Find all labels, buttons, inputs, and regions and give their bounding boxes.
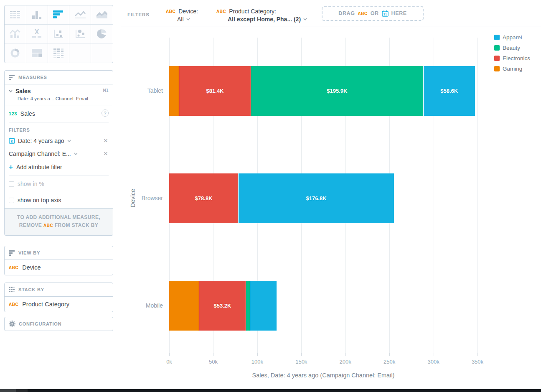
legend-swatch [494, 56, 500, 61]
vis-type-line-chart[interactable] [69, 5, 91, 25]
bar-segment-beauty[interactable] [246, 281, 250, 331]
x-axis-tick-label: 200k [333, 359, 358, 365]
additional-measure-note: TO ADD ADDITIONAL MEASURE, REMOVE ABC FR… [5, 208, 113, 235]
vis-type-empty-2 [91, 43, 113, 63]
filter-chip-device[interactable]: ABC Device: All [166, 8, 198, 23]
abc-attribute-icon: ABC [358, 11, 367, 16]
gridline [478, 38, 478, 353]
drop-zone-or-label: OR [371, 10, 379, 16]
vis-type-bar-chart[interactable] [48, 5, 70, 25]
filter-chip-value: All except Home, Pha... (2) [228, 16, 301, 23]
bubble-chart-icon [75, 29, 86, 39]
chevron-down-icon[interactable] [9, 90, 13, 92]
data-label: $58.6K [440, 88, 458, 94]
legend-item-gaming[interactable]: Gaming [494, 66, 530, 72]
vis-type-bubble-chart[interactable] [69, 25, 91, 44]
measure-subtitle: Date: 4 years a... Channel: Email [18, 96, 109, 101]
vis-type-empty-1 [69, 43, 91, 63]
vis-type-donut-chart[interactable] [5, 43, 26, 63]
bar-segment-electronics[interactable]: $78.8K [169, 173, 239, 223]
y-category-label: Mobile [119, 302, 163, 309]
area-chart-icon [96, 10, 108, 19]
data-label: $78.8K [195, 195, 213, 201]
legend-swatch [494, 45, 500, 51]
combo-chart-icon [9, 29, 21, 39]
vis-type-treemap[interactable] [26, 43, 48, 63]
show-in-percent-checkbox[interactable]: show in % [9, 176, 109, 192]
vis-type-heatmap[interactable] [48, 43, 70, 63]
heatmap-icon [53, 48, 64, 58]
x-axis-title: Sales, Date: 4 years ago (Campaign Chann… [169, 372, 478, 379]
bar-row-tablet: Tablet$81.4K$195.9K$58.6K [169, 66, 478, 116]
view-by-item-device[interactable]: ABC Device [5, 260, 113, 275]
calendar-icon: 31 [9, 137, 15, 144]
bar-segment-gaming[interactable] [169, 281, 199, 331]
measure-definition-row[interactable]: 123 Sales ? [9, 105, 109, 122]
data-label: $53.2K [214, 303, 231, 309]
legend-item-electronics[interactable]: Electronics [494, 55, 530, 61]
bar-segment-electronics[interactable]: $81.4K [179, 66, 251, 116]
add-attribute-filter-button[interactable]: + Add attribute filter [9, 160, 109, 176]
x-axis-tick-label: 350k [465, 359, 490, 365]
bar-segment-apparel[interactable]: $58.6K [424, 66, 475, 116]
bar-segment-electronics[interactable]: $53.2K [199, 281, 246, 331]
legend-label: Apparel [503, 34, 522, 41]
measures-bucket-icon [9, 75, 15, 80]
vis-type-scatter-plot[interactable] [48, 25, 70, 44]
y-category-label: Browser [119, 195, 163, 201]
y-axis-title: Device [130, 189, 136, 207]
checkbox-icon [9, 181, 14, 187]
filter-drop-zone[interactable]: DRAG ABC OR 31 HERE [322, 6, 424, 21]
analytical-designer-app: X MEASURES Sales [0, 0, 541, 392]
column-chart-icon [32, 10, 42, 19]
abc-attribute-icon: ABC [43, 223, 53, 228]
headline-icon: X [31, 29, 42, 39]
measures-bucket: MEASURES Sales Date: 4 years a... Channe… [4, 70, 113, 236]
measure-name: Sales [15, 88, 31, 94]
legend-item-apparel[interactable]: Apparel [494, 34, 530, 41]
chevron-down-icon [186, 18, 190, 20]
show-on-top-axis-checkbox[interactable]: show on top axis [9, 192, 109, 208]
measures-header: MEASURES [5, 71, 113, 84]
chart-legend: ApparelBeautyElectronicsGaming [494, 34, 530, 72]
legend-item-beauty[interactable]: Beauty [494, 45, 530, 51]
table-icon [10, 10, 20, 19]
bar-segment-apparel[interactable]: $176.8K [239, 173, 394, 223]
vis-type-table[interactable] [5, 5, 26, 25]
treemap-icon [31, 48, 42, 58]
vis-type-combo-chart[interactable] [5, 25, 26, 44]
show-on-top-axis-label: show on top axis [18, 197, 61, 204]
scatter-plot-icon [53, 29, 64, 39]
x-axis-tick-label: 250k [377, 359, 402, 365]
x-axis-tick-label: 100k [245, 359, 270, 365]
configuration-section[interactable]: CONFIGURATION [4, 317, 113, 331]
show-in-percent-label: show in % [18, 181, 44, 187]
help-icon[interactable]: ? [102, 109, 109, 117]
attribute-filter-label: Campaign Channel: E... [9, 150, 71, 157]
view-by-header: VIEW BY [5, 246, 113, 260]
add-attribute-filter-label: Add attribute filter [16, 164, 62, 171]
bar-segment-beauty[interactable]: $195.9K [251, 66, 424, 116]
measure-card-sales[interactable]: Sales Date: 4 years a... Channel: Email … [5, 84, 113, 105]
attribute-filter-row[interactable]: Campaign Channel: E... × [9, 147, 109, 160]
bar-segment-gaming[interactable] [169, 66, 179, 116]
view-by-item-label: Device [22, 264, 41, 271]
vis-type-area-chart[interactable] [91, 5, 113, 25]
filter-chip-product-category[interactable]: ABC Product Category: All except Home, P… [216, 8, 307, 23]
measure-badge: M1 [103, 88, 109, 93]
remove-date-filter-icon[interactable]: × [103, 137, 109, 144]
donut-chart-icon [10, 48, 20, 58]
abc-attribute-icon: ABC [216, 9, 226, 14]
bar-segment-apparel[interactable] [250, 281, 277, 331]
stack-by-item-label: Product Category [22, 301, 69, 308]
svg-text:31: 31 [383, 13, 387, 16]
remove-attribute-filter-icon[interactable]: × [103, 150, 109, 157]
chevron-down-icon [74, 153, 78, 155]
vis-type-column-chart[interactable] [26, 5, 48, 25]
x-axis-tick-label: 300k [421, 359, 446, 365]
vis-type-pie-chart[interactable] [91, 25, 113, 44]
date-filter-row[interactable]: 31 Date: 4 years ago × [9, 134, 109, 147]
stack-by-item-product-category[interactable]: ABC Product Category [5, 296, 113, 312]
vis-type-headline[interactable]: X [26, 25, 48, 44]
x-axis-tick [257, 353, 258, 356]
